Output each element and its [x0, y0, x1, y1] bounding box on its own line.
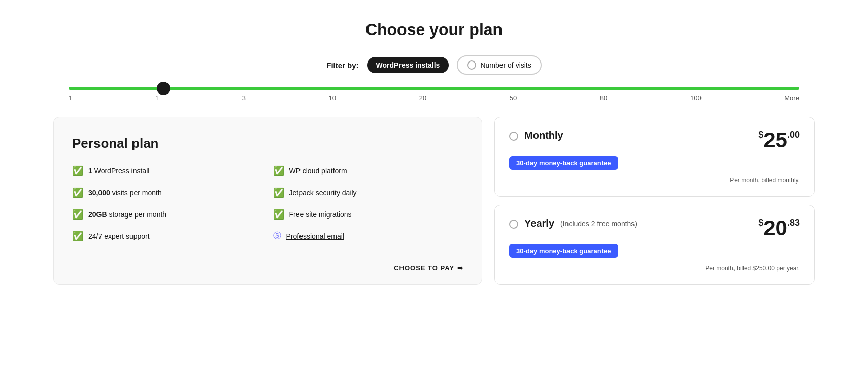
slider-label-100: 100: [690, 94, 702, 102]
slider-label-50: 50: [510, 94, 517, 102]
pricing-label-yearly: Yearly: [524, 218, 554, 229]
dollar-icon-email: Ⓢ: [273, 231, 281, 241]
price-amount-yearly: $20.83: [758, 218, 800, 239]
slider-container: 1 1 3 10 20 50 80 100 More: [53, 87, 815, 102]
feature-text-jetpack: Jetpack security daily: [289, 189, 357, 197]
slider-label-80: 80: [600, 94, 607, 102]
feature-wp-install: ✅ 1 WordPress install: [72, 164, 263, 178]
email-link[interactable]: Professional email: [286, 232, 344, 240]
choose-to-pay-button[interactable]: CHOOSE TO PAY ➡: [394, 264, 463, 272]
pricing-header-monthly: Monthly $25.00: [509, 130, 800, 151]
money-back-yearly: 30-day money-back guarantee: [509, 244, 800, 258]
plan-divider: [72, 256, 463, 256]
filter-btn-visits-label: Number of visits: [480, 61, 531, 69]
feature-migrations: ✅ Free site migrations: [273, 207, 464, 222]
feature-storage: ✅ 20GB storage per month: [72, 207, 263, 222]
check-icon-visits: ✅: [72, 187, 83, 198]
slider-label-3: 3: [242, 94, 246, 102]
feature-text-email: Professional email: [286, 232, 344, 240]
money-back-badge-yearly: 30-day money-back guarantee: [509, 244, 618, 258]
feature-text-wp-install: 1 WordPress install: [88, 167, 149, 175]
slider-label-1b: 1: [155, 94, 159, 102]
slider-label-1a: 1: [69, 94, 72, 102]
check-icon-wp-install: ✅: [72, 165, 83, 176]
money-back-badge-monthly: 30-day money-back guarantee: [509, 156, 618, 170]
price-amount-monthly: $25.00: [758, 130, 800, 151]
filter-label: Filter by:: [326, 61, 358, 70]
feature-support: ✅ 24/7 expert support: [72, 229, 263, 243]
page-title: Choose your plan: [365, 20, 503, 39]
features-grid: ✅ 1 WordPress install ✅ WP cloud platfor…: [72, 164, 463, 243]
slider-track[interactable]: [69, 87, 799, 90]
feature-text-wp-cloud: WP cloud platform: [289, 167, 347, 175]
feature-visits: ✅ 30,000 visits per month: [72, 185, 263, 200]
price-cents-monthly: .00: [787, 130, 800, 140]
filter-btn-number-of-visits[interactable]: Number of visits: [457, 55, 541, 75]
check-icon-wp-cloud: ✅: [273, 165, 284, 176]
pricing-label-monthly: Monthly: [524, 130, 563, 141]
check-icon-storage: ✅: [72, 209, 83, 220]
feature-text-migrations: Free site migrations: [289, 210, 352, 219]
pricing-sublabel-yearly: (Includes 2 free months): [560, 220, 637, 228]
feature-email: Ⓢ Professional email: [273, 229, 464, 243]
price-period-monthly: Per month, billed monthly.: [509, 177, 800, 184]
filter-btn-wordpress-installs[interactable]: WordPress installs: [367, 57, 449, 73]
filter-bar: Filter by: WordPress installs Number of …: [326, 55, 542, 75]
pricing-card-monthly: Monthly $25.00 30-day money-back guarant…: [494, 117, 815, 197]
slider-thumb[interactable]: [157, 82, 170, 95]
price-main-monthly: 25: [763, 128, 787, 152]
radio-circle-visits: [467, 60, 476, 70]
choose-pay-row: CHOOSE TO PAY ➡: [72, 264, 463, 272]
slider-labels: 1 1 3 10 20 50 80 100 More: [69, 94, 799, 102]
feature-text-visits: 30,000 visits per month: [88, 189, 162, 197]
pricing-column: Monthly $25.00 30-day money-back guarant…: [494, 117, 815, 285]
feature-jetpack: ✅ Jetpack security daily: [273, 185, 464, 200]
slider-label-20: 20: [419, 94, 426, 102]
price-period-yearly: Per month, billed $250.00 per year.: [509, 265, 800, 272]
plan-title: Personal plan: [72, 136, 463, 151]
slider-label-10: 10: [329, 94, 336, 102]
price-cents-yearly: .83: [787, 218, 800, 228]
pricing-title-row-monthly: Monthly: [509, 130, 563, 141]
pricing-title-row-yearly: Yearly (Includes 2 free months): [509, 218, 637, 229]
feature-wp-cloud: ✅ WP cloud platform: [273, 164, 464, 178]
migrations-link[interactable]: Free site migrations: [289, 210, 352, 219]
money-back-monthly: 30-day money-back guarantee: [509, 156, 800, 170]
feature-text-support: 24/7 expert support: [88, 232, 150, 240]
check-icon-migrations: ✅: [273, 209, 284, 220]
arrow-icon: ➡: [457, 264, 463, 272]
pricing-card-yearly: Yearly (Includes 2 free months) $20.83 3…: [494, 205, 815, 285]
price-radio-monthly[interactable]: [509, 132, 518, 141]
price-radio-yearly[interactable]: [509, 220, 518, 229]
jetpack-link[interactable]: Jetpack security daily: [289, 189, 357, 197]
check-icon-jetpack: ✅: [273, 187, 284, 198]
price-dollar-monthly: $: [758, 130, 763, 140]
pricing-header-yearly: Yearly (Includes 2 free months) $20.83: [509, 218, 800, 239]
plan-card: Personal plan ✅ 1 WordPress install ✅ WP…: [53, 117, 482, 285]
wp-cloud-link[interactable]: WP cloud platform: [289, 167, 347, 175]
feature-text-storage: 20GB storage per month: [88, 210, 166, 219]
price-dollar-yearly: $: [758, 218, 763, 228]
check-icon-support: ✅: [72, 231, 83, 242]
choose-to-pay-label: CHOOSE TO PAY: [394, 264, 454, 272]
price-main-yearly: 20: [763, 216, 787, 240]
slider-label-more: More: [784, 94, 799, 102]
main-content: Personal plan ✅ 1 WordPress install ✅ WP…: [53, 117, 815, 285]
